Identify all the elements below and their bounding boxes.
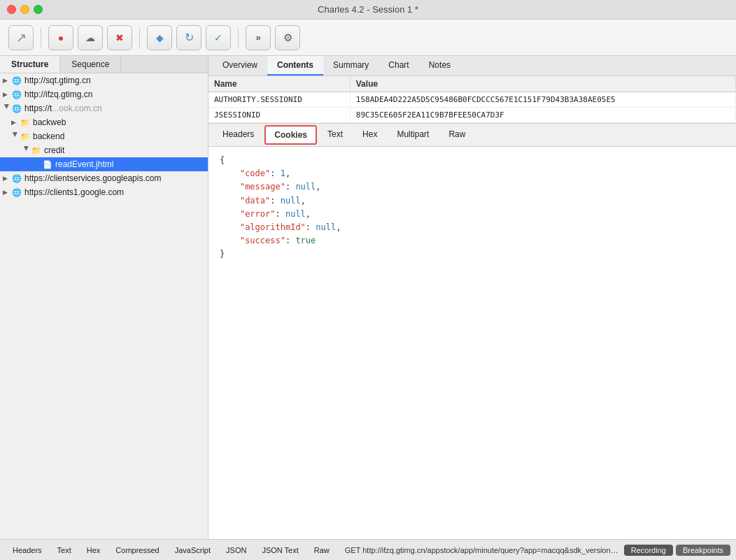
tree-item-backweb[interactable]: ▶ 📁 backweb (0, 115, 208, 129)
sidebar-tab-structure[interactable]: Structure (0, 56, 60, 73)
tree-item-label: backweb (33, 117, 66, 127)
toolbar: ↗ ● ☁ ✖ ◆ ↻ ✓ » ⚙ (0, 20, 736, 56)
tree-item-backend[interactable]: ▶ 📁 backend (0, 129, 208, 143)
request-url: GET http://ifzq.gtimg.cn/appstock/app/mi… (345, 546, 618, 554)
tab-chart[interactable]: Chart (378, 56, 418, 76)
sub-tab-raw[interactable]: Raw (439, 125, 474, 145)
col-name: Name (208, 76, 350, 92)
globe-icon: 🌐 (11, 187, 22, 198)
bottom-tab-compressed[interactable]: Compressed (108, 544, 166, 557)
tab-summary[interactable]: Summary (323, 56, 378, 76)
globe-icon: 🌐 (11, 89, 22, 100)
sidebar: Structure Sequence ▶ 🌐 http://sqt.gtimg.… (0, 56, 208, 539)
arrow-tool-button[interactable]: ↗ (8, 25, 34, 50)
arrow-icon: ▶ (3, 104, 10, 113)
recording-button[interactable]: Recording (624, 545, 673, 556)
bottom-tabs: Headers Text Hex Compressed JavaScript J… (6, 544, 337, 557)
tree-item-label: https://t (24, 103, 52, 113)
cookies-table: Name Value AUTHORITY.SESSIONID 158ADEA4D… (208, 76, 736, 123)
table-row[interactable]: JSESSIONID 89C35CE605F2EA11C9B7BFEE50CA7… (208, 108, 736, 123)
arrow-icon: ▶ (3, 175, 11, 182)
breakpoints-button[interactable]: Breakpoints (676, 545, 730, 556)
globe-icon: 🌐 (11, 173, 22, 184)
arrow-icon: ▶ (3, 77, 11, 84)
folder-icon: 📁 (20, 131, 31, 142)
col-value: Value (350, 76, 735, 92)
tree-item-suffix: ...ook.com.cn (52, 103, 101, 113)
cookie-name-1: AUTHORITY.SESSIONID (208, 92, 350, 108)
tree-item-credit[interactable]: ▶ 📁 credit (0, 143, 208, 157)
arrow-icon: ▶ (12, 132, 19, 141)
bottom-tab-json[interactable]: JSON (219, 544, 253, 557)
json-line-3: "message": null, (220, 180, 725, 194)
json-line-5: "error": null, (220, 208, 725, 221)
bottom-bar: Headers Text Hex Compressed JavaScript J… (0, 539, 736, 560)
globe-icon: 🌐 (11, 103, 22, 114)
arrow-icon: ▶ (3, 189, 11, 196)
tree-item-label: https://clientservices.googleapis.com (24, 173, 161, 183)
json-line-6: "algorithmId": null, (220, 221, 725, 234)
arrow-icon: ▶ (23, 146, 30, 155)
arrow-icon: ▶ (11, 119, 20, 126)
file-icon: 📄 (42, 159, 53, 170)
stream-button[interactable]: ◆ (147, 25, 172, 50)
tree-item-googleapis[interactable]: ▶ 🌐 https://clientservices.googleapis.co… (0, 171, 208, 185)
json-line-1: { (220, 154, 725, 167)
maximize-button[interactable] (34, 5, 43, 14)
bottom-tab-raw[interactable]: Raw (307, 544, 337, 557)
tab-notes[interactable]: Notes (419, 56, 460, 76)
globe-icon: 🌐 (11, 75, 22, 86)
cookie-name-2: JSESSIONID (208, 108, 350, 123)
tree-item-label: http://sqt.gtimg.cn (24, 76, 91, 85)
folder-icon: 📁 (20, 117, 31, 128)
json-line-7: "success": true (220, 234, 725, 247)
tab-contents[interactable]: Contents (267, 56, 323, 76)
command-button[interactable]: » (246, 25, 271, 50)
sub-tab-headers[interactable]: Headers (213, 125, 263, 145)
bottom-tab-headers[interactable]: Headers (6, 544, 49, 557)
content-tabs: Overview Contents Summary Chart Notes (208, 56, 736, 76)
tree-item-label: backend (33, 131, 64, 141)
titlebar: Charles 4.2 - Session 1 * (0, 0, 736, 20)
toolbar-separator-3 (238, 28, 239, 48)
json-body: { "code": 1, "message": null, "data": nu… (208, 147, 736, 539)
sub-tab-cookies[interactable]: Cookies (264, 125, 317, 145)
cookie-value-2: 89C35CE605F2EA11C9B7BFEE50CA7D3F (350, 108, 735, 123)
tree-item-https-t[interactable]: ▶ 🌐 https://t ...ook.com.cn (0, 101, 208, 115)
main-area: Structure Sequence ▶ 🌐 http://sqt.gtimg.… (0, 56, 736, 539)
folder-icon: 📁 (31, 145, 42, 156)
tree-item-readEvent[interactable]: 📄 readEvent.jhtml (0, 157, 208, 171)
sidebar-tabs: Structure Sequence (0, 56, 208, 73)
tree-item-google[interactable]: ▶ 🌐 https://clients1.google.com (0, 185, 208, 199)
refresh-button[interactable]: ↻ (176, 25, 201, 50)
stop-button[interactable]: ✖ (107, 25, 132, 50)
sub-tabs: Headers Cookies Text Hex Multipart Raw (208, 123, 736, 147)
record-button[interactable]: ● (48, 25, 73, 50)
cookie-value-1: 158ADEA4D222A5D5C95486B0FCDCCC567E1C151F… (350, 92, 735, 108)
sub-tab-multipart[interactable]: Multipart (388, 125, 438, 145)
traffic-lights (7, 5, 43, 14)
bottom-tab-hex[interactable]: Hex (80, 544, 108, 557)
content-panel: Overview Contents Summary Chart Notes Na… (208, 56, 736, 539)
sidebar-tab-sequence[interactable]: Sequence (60, 56, 121, 73)
minimize-button[interactable] (20, 5, 29, 14)
bottom-tab-javascript[interactable]: JavaScript (168, 544, 218, 557)
cookies-table-container: Name Value AUTHORITY.SESSIONID 158ADEA4D… (208, 76, 736, 123)
sub-tab-hex[interactable]: Hex (353, 125, 386, 145)
tree-item-ifzq[interactable]: ▶ 🌐 http://ifzq.gtimg.cn (0, 87, 208, 101)
tree-item-label: credit (44, 145, 64, 155)
table-row[interactable]: AUTHORITY.SESSIONID 158ADEA4D222A5D5C954… (208, 92, 736, 108)
tree-item-label: http://ifzq.gtimg.cn (24, 89, 92, 99)
arrow-icon: ▶ (3, 91, 11, 98)
sub-tab-text[interactable]: Text (318, 125, 352, 145)
tab-overview[interactable]: Overview (213, 56, 267, 76)
throttle-button[interactable]: ☁ (78, 25, 103, 50)
validate-button[interactable]: ✓ (206, 25, 231, 50)
bottom-tab-json-text[interactable]: JSON Text (255, 544, 305, 557)
settings-button[interactable]: ⚙ (275, 25, 300, 50)
bottom-tab-text[interactable]: Text (50, 544, 78, 557)
close-button[interactable] (7, 5, 16, 14)
json-line-2: "code": 1, (220, 167, 725, 180)
tree-item-sqt[interactable]: ▶ 🌐 http://sqt.gtimg.cn (0, 73, 208, 87)
toolbar-separator-1 (41, 28, 41, 48)
